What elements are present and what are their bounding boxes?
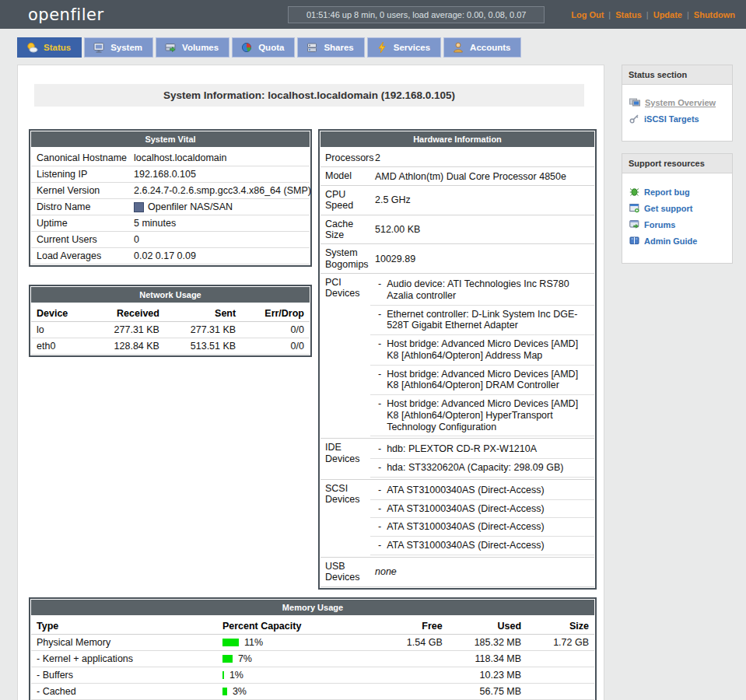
top-links: Log Out| Status| Update| Shutdown [571,10,735,19]
capacity-bar [222,639,239,646]
device-list-item: -ATA ST31000340AS (Direct-Access) [370,518,594,537]
device-text: Host bridge: Advanced Micro Devices [AMD… [387,338,591,362]
separator: | [687,10,689,19]
row-value: 2.5 GHz [370,186,594,215]
shutdown-link[interactable]: Shutdown [694,10,735,19]
tab-volumes[interactable]: Volumes [156,37,229,58]
row-value: 192.168.0.105 [131,166,310,182]
row-value: AMD Athlon(tm) Dual Core Processor 4850e [370,167,594,184]
sidebar-link[interactable]: Forums [644,220,675,229]
top-bar: openfiler 01:51:46 up 8 min, 0 users, lo… [0,0,746,29]
row-label: Cache Size [320,215,370,244]
sidebar-link[interactable]: iSCSI Targets [644,114,699,124]
separator: | [646,10,649,19]
logout-link[interactable]: Log Out [571,10,604,19]
sidebar-item-forums[interactable]: Forums [629,219,726,229]
device-list-item: -hda: ST3320620A (Capacity: 298.09 GB) [370,459,594,478]
device-text: ATA ST31000340AS (Direct-Access) [387,540,544,551]
tab-bar: StatusSystemVolumesQuotaSharesServicesAc… [0,29,746,58]
row-label: Canonical Hostname [31,150,131,166]
row-value-text: 0 [134,234,139,245]
capacity-bar [222,671,224,679]
used-cell: 56.75 MB [448,683,527,699]
tab-services[interactable]: Services [367,37,441,58]
row-value: localhost.localdomain [131,150,310,166]
type-cell: - Cached [31,683,217,699]
device-text: ATA ST31000340AS (Direct-Access) [387,521,544,533]
dash-bullet: - [378,338,381,362]
percent-cell: 11% [217,634,369,650]
row-label: Processors [320,149,370,166]
table-row: Processors2 [320,149,594,167]
iscsi-targets-icon [629,114,639,124]
percent-label: 3% [233,686,247,697]
device-list-item: -ATA ST31000340AS (Direct-Access) [370,481,594,500]
percent-cell: 7% [217,650,369,667]
table-row: - Kernel + applications7%118.34 MB [31,650,594,667]
tab-label: Accounts [470,43,510,52]
column-header: Percent Capacity [217,618,369,635]
sidebar-link[interactable]: System Overview [645,98,716,107]
free-cell: 1.54 GB [369,634,447,650]
status-link[interactable]: Status [615,10,642,19]
openfiler-logo: openfiler [28,5,104,24]
sidebar-item-get-support[interactable]: Get support [629,203,726,213]
row-value-text: Openfiler NAS/SAN [148,201,233,212]
dash-bullet: - [378,443,381,455]
device-text: hdb: PLEXTOR CD-R PX-W1210A [387,443,537,455]
update-link[interactable]: Update [653,10,682,19]
column-header: Type [31,618,217,635]
status-section-title: Status section [622,65,732,85]
device-text: Host bridge: Advanced Micro Devices [AMD… [387,369,591,392]
tab-system[interactable]: System [84,37,153,58]
row-value: 0 [131,232,310,247]
tab-label: System [110,43,142,52]
sidebar-link[interactable]: Get support [644,204,692,213]
row-value: 2 [370,149,594,166]
row-label: System Bogomips [320,244,370,273]
row-label: USB Devices [320,558,370,586]
table-row: Canonical Hostnamelocalhost.localdomain [31,150,310,166]
volumes-drive-icon [164,41,177,54]
tab-quota[interactable]: Quota [232,37,295,58]
free-cell [369,683,447,699]
table-cell: eth0 [31,338,89,355]
device-list-item: -Host bridge: Advanced Micro Devices [AM… [370,335,594,366]
tab-shares[interactable]: Shares [297,37,364,58]
admin-guide-icon [629,236,639,246]
tab-accounts[interactable]: Accounts [443,37,521,58]
column-header: Device [31,305,89,322]
table-cell: 0/0 [241,322,310,338]
device-text: ATA ST31000340AS (Direct-Access) [387,503,544,515]
row-value-text: 2.6.24.7-0.2.6.smp.gcc3.4.x86_64 (SMP) [134,185,311,196]
tab-label: Shares [324,43,353,52]
page-title: System Information: localhost.localdomai… [34,84,584,107]
table-row: Distro NameOpenfiler NAS/SAN [31,199,310,215]
table-row: Load Averages0.02 0.17 0.09 [31,248,310,264]
type-cell: - Kernel + applications [31,650,217,667]
column-header: Free [369,618,447,635]
row-value: 0.02 0.17 0.09 [131,248,310,264]
main-area: System Information: localhost.localdomai… [0,58,746,700]
sidebar-item-report-bug[interactable]: Report bug [629,187,726,197]
support-resources-title: Support resources [622,154,732,173]
system-vital-header: System Vital [31,131,310,147]
sidebar-item-iscsi-targets[interactable]: iSCSI Targets [629,114,726,124]
table-row: - Cached3%56.75 MB [31,683,594,699]
sidebar-item-system-overview[interactable]: System Overview [629,98,726,107]
uptime-status: 01:51:46 up 8 min, 0 users, load average… [288,6,545,23]
sidebar-link[interactable]: Report bug [644,187,690,197]
device-text: ATA ST31000340AS (Direct-Access) [387,485,544,496]
accounts-user-icon [452,41,464,54]
size-cell [527,683,594,699]
device-text: Ethernet controller: D-Link System Inc D… [387,309,591,332]
sidebar-item-admin-guide[interactable]: Admin Guide [629,236,726,246]
tab-status[interactable]: Status [17,37,82,58]
table-row: System Bogomips10029.89 [320,244,594,274]
sidebar-link[interactable]: Admin Guide [644,236,697,246]
table-row: Uptime5 minutes [31,215,310,232]
row-value: Openfiler NAS/SAN [131,199,310,215]
system-monitor-icon [93,41,105,54]
device-list-item: -ATA ST31000340AS (Direct-Access) [370,537,594,555]
forums-icon [629,219,639,229]
